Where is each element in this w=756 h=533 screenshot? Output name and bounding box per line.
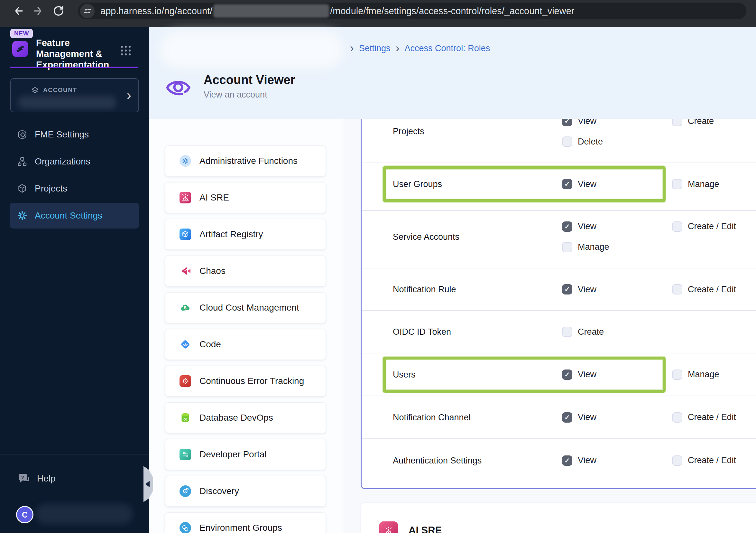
category-card-artifact-registry[interactable]: Artifact Registry: [165, 219, 326, 250]
resource-label: Service Accounts: [393, 232, 459, 242]
resource-category-column: Administrative FunctionsAI SREArtifact R…: [149, 119, 342, 533]
checkbox-icon[interactable]: [672, 221, 682, 232]
avatar-initial: C: [22, 510, 28, 519]
permission-row-notification-channel: Notification Channel ✓ View Create / Edi…: [362, 396, 756, 438]
checkbox-icon[interactable]: [672, 284, 682, 295]
category-card-discovery[interactable]: Discovery: [165, 476, 326, 507]
browser-forward-button[interactable]: [32, 5, 44, 17]
permission-row-service-accounts: Service Accounts ✓ View Manage Create / …: [362, 210, 756, 268]
permission-checkbox-create-edit[interactable]: Create / Edit: [672, 450, 736, 471]
category-card-ai-sre[interactable]: AI SRE: [165, 182, 326, 213]
checkbox-column-primary: ✓ View: [562, 279, 596, 300]
resource-label: User Groups: [393, 179, 442, 189]
permission-checkbox-view[interactable]: ✓ View: [562, 407, 596, 428]
back-arrow-icon: [13, 5, 24, 17]
permission-checkbox-create-edit[interactable]: Create / Edit: [672, 279, 736, 300]
permission-checkbox-view[interactable]: ✓ View: [562, 364, 596, 385]
fme-product-logo-icon[interactable]: [12, 41, 28, 57]
checkbox-label: Manage: [688, 370, 719, 379]
permission-checkbox-view[interactable]: ✓ View: [562, 450, 596, 471]
breadcrumb-account-redacted: [159, 31, 344, 69]
page-title: Account Viewer: [203, 73, 295, 87]
category-card-administrative-functions[interactable]: Administrative Functions: [165, 146, 326, 176]
checkbox-column-primary: ✓ View: [562, 407, 596, 428]
cloud-cost-icon: $: [179, 302, 191, 314]
role-eye-icon: [165, 75, 192, 100]
permission-checkbox-manage[interactable]: Manage: [562, 237, 609, 258]
sidebar-item-account-settings[interactable]: Account Settings: [10, 203, 139, 229]
sidebar-nav: FME SettingsOrganizationsProjectsAccount…: [10, 122, 139, 230]
page-header: Settings Access Control: Roles Account V…: [149, 27, 756, 119]
account-settings-gear-icon: [17, 210, 28, 221]
account-label: ACCOUNT: [43, 87, 77, 94]
checkbox-icon[interactable]: [562, 327, 572, 337]
environment-groups-icon: [179, 522, 191, 533]
new-badge: NEW: [10, 29, 33, 38]
category-card-continuous-error-tracking[interactable]: Continuous Error Tracking: [165, 366, 326, 397]
checkbox-column-primary: ✓ View: [562, 174, 596, 194]
checkbox-column-secondary: Create / Edit: [672, 279, 736, 300]
permission-checkbox-view[interactable]: ✓ View: [562, 174, 596, 194]
checkbox-icon[interactable]: ✓: [562, 221, 572, 232]
category-card-developer-portal[interactable]: Developer Portal: [165, 439, 326, 470]
checkbox-column-secondary: Manage: [672, 174, 719, 194]
checkbox-icon[interactable]: [672, 370, 682, 380]
permission-row-user-groups: User Groups ✓ View Manage: [362, 162, 756, 210]
category-label: Cloud Cost Management: [200, 302, 299, 313]
category-card-database-devops[interactable]: ∞Database DevOps: [165, 402, 326, 433]
url-text[interactable]: app.harness.io/ng/account/ /module/fme/s…: [100, 4, 574, 18]
sidebar-divider: [0, 454, 149, 455]
checkbox-icon[interactable]: [672, 179, 682, 189]
category-card-environment-groups[interactable]: Environment Groups: [165, 512, 326, 533]
user-avatar[interactable]: C: [16, 506, 34, 523]
permission-checkbox-view[interactable]: ✓ View: [562, 279, 596, 300]
category-card-code[interactable]: </>Code: [165, 329, 326, 360]
breadcrumb-roles-link[interactable]: Access Control: Roles: [405, 43, 490, 53]
checkbox-label: View: [578, 179, 596, 189]
checkbox-icon[interactable]: [562, 242, 572, 252]
sidebar-item-organizations[interactable]: Organizations: [10, 149, 139, 175]
permission-checkbox-create-edit[interactable]: Create / Edit: [672, 407, 736, 428]
checkbox-icon[interactable]: [562, 136, 572, 147]
category-card-cloud-cost-management[interactable]: $Cloud Cost Management: [165, 292, 326, 323]
permission-checkbox-view[interactable]: ✓ View: [562, 216, 609, 237]
category-label: Administrative Functions: [200, 156, 298, 166]
sidebar-item-fme-settings[interactable]: FME Settings: [10, 122, 139, 147]
permissions-panel: Projects ✓ View Delete Create User Group…: [361, 109, 756, 489]
permission-checkbox-manage[interactable]: Manage: [672, 174, 719, 194]
checkbox-icon[interactable]: [672, 412, 682, 423]
checkbox-column-secondary: Create / Edit: [672, 216, 736, 258]
forward-arrow-icon: [32, 5, 44, 17]
help-button[interactable]: ? Help: [18, 472, 56, 485]
category-card-chaos[interactable]: Chaos: [165, 256, 326, 287]
breadcrumb-separator-icon: [350, 42, 354, 54]
resource-label: Projects: [393, 126, 424, 136]
url-bar[interactable]: app.harness.io/ng/account/ /module/fme/s…: [78, 3, 746, 19]
permission-checkbox-create-edit[interactable]: Create / Edit: [672, 216, 736, 237]
checkbox-icon[interactable]: ✓: [562, 284, 572, 295]
permission-row-oidc-id-token: OIDC ID Token Create: [362, 310, 756, 353]
checkbox-label: Create: [578, 327, 604, 337]
permission-checkbox-manage[interactable]: Manage: [672, 364, 719, 385]
permission-checkbox-create[interactable]: Create: [562, 322, 604, 342]
tune-icon: [83, 6, 92, 16]
url-prefix: app.harness.io/ng/account/: [100, 6, 212, 16]
sidebar-item-label: Account Settings: [35, 210, 102, 221]
site-settings-button[interactable]: [80, 4, 94, 18]
sidebar-item-projects[interactable]: Projects: [10, 176, 139, 202]
permission-checkbox-delete[interactable]: Delete: [562, 131, 603, 152]
checkbox-icon[interactable]: [672, 456, 682, 466]
breadcrumb-settings-link[interactable]: Settings: [359, 43, 391, 53]
browser-reload-button[interactable]: [52, 5, 65, 17]
checkbox-icon[interactable]: ✓: [562, 412, 572, 423]
breadcrumb: Settings Access Control: Roles: [350, 42, 490, 54]
browser-back-button[interactable]: [12, 5, 25, 17]
checkbox-icon[interactable]: ✓: [562, 179, 572, 189]
checkbox-icon[interactable]: ✓: [562, 370, 572, 380]
checkbox-label: View: [578, 285, 596, 295]
checkbox-icon[interactable]: ✓: [562, 456, 572, 466]
module-switcher-grid-icon[interactable]: [120, 44, 132, 58]
checkbox-label: View: [578, 456, 596, 465]
checkbox-column-primary: Create: [562, 322, 604, 342]
account-selector[interactable]: ACCOUNT ›: [10, 78, 139, 112]
